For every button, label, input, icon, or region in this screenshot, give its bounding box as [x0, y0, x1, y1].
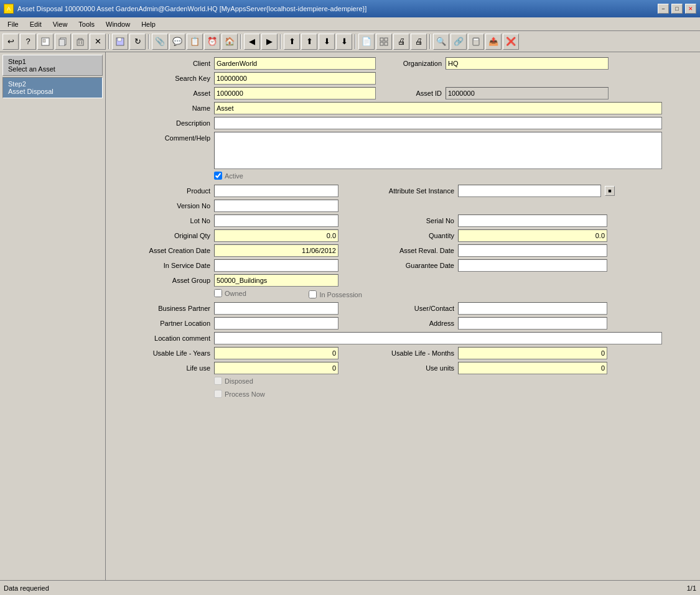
up-parent-btn[interactable]: ⬆: [284, 34, 300, 50]
description-label: Description: [111, 119, 210, 127]
location-comment-input[interactable]: [214, 332, 662, 344]
version-input[interactable]: [214, 200, 338, 212]
chat-btn[interactable]: 💬: [169, 34, 185, 50]
name-input[interactable]: [214, 102, 662, 114]
link-btn[interactable]: 🔗: [450, 34, 467, 50]
undo-btn[interactable]: ✕: [90, 34, 106, 50]
svg-rect-4: [77, 40, 83, 45]
svg-rect-3: [59, 39, 65, 46]
owned-checkbox[interactable]: [214, 289, 222, 297]
user-contact-input[interactable]: [458, 302, 607, 315]
help-btn[interactable]: ?: [20, 34, 36, 50]
step1-sublabel: Select an Asset: [8, 65, 97, 73]
sidebar-step1[interactable]: Step1 Select an Asset: [2, 55, 103, 76]
title-text: Asset Disposal 10000000 Asset GardenAdmi…: [17, 5, 366, 12]
product-input[interactable]: [214, 185, 338, 197]
restore-btn[interactable]: □: [671, 4, 683, 14]
reval-date-input[interactable]: [458, 244, 607, 257]
client-input[interactable]: [214, 57, 376, 70]
asset-label: Asset: [111, 90, 210, 97]
history-btn[interactable]: 📋: [187, 34, 203, 50]
process-now-checkbox[interactable]: [214, 390, 222, 398]
detail-btn[interactable]: 📄: [358, 34, 375, 50]
sidebar-step2[interactable]: Step2 Asset Disposal: [2, 77, 103, 98]
lot-label: Lot No: [111, 217, 210, 224]
menu-view[interactable]: View: [48, 19, 73, 29]
menu-tools[interactable]: Tools: [73, 19, 100, 29]
print-btn[interactable]: 🖨: [393, 34, 409, 50]
organization-label: Organization: [380, 60, 442, 67]
lot-input[interactable]: [214, 214, 338, 227]
asset-group-label: Asset Group: [111, 277, 210, 284]
serial-input[interactable]: [458, 214, 607, 227]
disposed-label: Disposed: [225, 377, 253, 385]
disposed-row: Disposed: [111, 377, 695, 387]
client-label: Client: [111, 60, 210, 67]
version-label: Version No: [111, 202, 210, 210]
active-checkbox[interactable]: [214, 172, 222, 180]
original-qty-input[interactable]: [214, 229, 338, 242]
svg-rect-12: [380, 42, 383, 45]
menu-window[interactable]: Window: [101, 19, 135, 29]
export-btn[interactable]: 📤: [485, 34, 502, 50]
calc-btn[interactable]: [468, 34, 484, 50]
menu-help[interactable]: Help: [136, 19, 161, 29]
attachment-btn[interactable]: 📎: [152, 34, 168, 50]
use-units-input[interactable]: [458, 362, 607, 374]
service-date-input[interactable]: [214, 259, 338, 272]
comment-textarea[interactable]: [214, 132, 662, 169]
quantity-input[interactable]: [458, 229, 607, 242]
svg-rect-10: [380, 38, 383, 41]
nav-prev-btn[interactable]: ◀: [244, 34, 260, 50]
down-child-btn[interactable]: ⬇: [336, 34, 352, 50]
guarantee-date-input[interactable]: [458, 259, 607, 272]
home-btn[interactable]: 🏠: [222, 34, 238, 50]
content-area: Client Organization Search Key Asset Ass…: [106, 52, 700, 580]
delete-btn[interactable]: [72, 34, 88, 50]
stop-btn[interactable]: ❌: [503, 34, 519, 50]
search-key-input[interactable]: [214, 72, 376, 85]
asset-input[interactable]: [214, 87, 376, 99]
partner-address-row: Partner Location Address: [111, 317, 695, 330]
close-btn[interactable]: ✕: [685, 4, 696, 14]
creation-date-input[interactable]: [214, 244, 338, 257]
new-btn[interactable]: [37, 34, 54, 50]
process-now-checkbox-group: Process Now: [214, 390, 265, 398]
address-input[interactable]: [458, 317, 607, 330]
asset-id-label: Asset ID: [380, 90, 442, 97]
minimize-btn[interactable]: −: [658, 4, 669, 14]
original-qty-label: Original Qty: [111, 232, 210, 239]
asi-input[interactable]: [458, 185, 601, 197]
bp-input[interactable]: [214, 302, 338, 315]
life-use-input[interactable]: [214, 362, 338, 374]
lot-serial-row: Lot No Serial No: [111, 214, 695, 227]
disposed-checkbox[interactable]: [214, 377, 222, 385]
zoom-btn[interactable]: 🔍: [433, 34, 449, 50]
down-btn[interactable]: ⬇: [319, 34, 335, 50]
partner-location-input[interactable]: [214, 317, 338, 330]
menu-bar: File Edit View Tools Window Help: [0, 17, 700, 31]
back-btn[interactable]: ↩: [2, 34, 19, 50]
refresh-btn[interactable]: ↻: [129, 34, 146, 50]
menu-file[interactable]: File: [2, 19, 24, 29]
menu-edit[interactable]: Edit: [25, 19, 47, 29]
description-input[interactable]: [214, 117, 662, 129]
asset-id-input[interactable]: [446, 87, 609, 99]
in-possession-checkbox[interactable]: [309, 290, 317, 298]
status-message: Data requeried: [4, 584, 49, 592]
copy-btn[interactable]: [55, 34, 71, 50]
clock-btn[interactable]: ⏰: [204, 34, 220, 50]
save-btn[interactable]: [112, 34, 128, 50]
record-indicator: 1/1: [687, 584, 696, 592]
organization-input[interactable]: [446, 57, 609, 70]
asset-group-input[interactable]: [214, 274, 338, 287]
up-btn[interactable]: ⬆: [301, 34, 317, 50]
asset-group-row: Asset Group: [111, 274, 695, 287]
sep2: [148, 34, 149, 49]
print2-btn[interactable]: 🖨: [411, 34, 427, 50]
grid-btn[interactable]: [376, 34, 392, 50]
usable-months-input[interactable]: [458, 347, 607, 359]
usable-years-input[interactable]: [214, 347, 338, 359]
nav-next-btn[interactable]: ▶: [261, 34, 278, 50]
asi-btn[interactable]: ■: [605, 186, 615, 196]
